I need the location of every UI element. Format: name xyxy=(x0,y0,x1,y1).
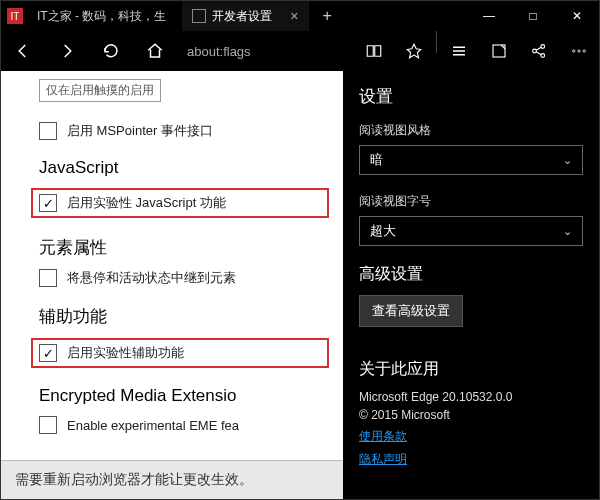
flags-page: 仅在启用触摸的启用 启用 MSPointer 事件接口 JavaScript ✓… xyxy=(1,71,343,499)
svg-point-4 xyxy=(573,50,575,52)
advanced-heading: 高级设置 xyxy=(359,264,583,285)
about-heading: 关于此应用 xyxy=(359,359,583,380)
eme-label: Enable experimental EME fea xyxy=(67,418,239,433)
reading-style-select[interactable]: 暗 ⌄ xyxy=(359,145,583,175)
js-experimental-row: ✓ 启用实验性 JavaScript 功能 xyxy=(31,188,329,218)
accessibility-checkbox[interactable]: ✓ xyxy=(39,344,57,362)
svg-point-5 xyxy=(578,50,580,52)
home-button[interactable] xyxy=(133,31,177,71)
tab-label: 开发者设置 xyxy=(212,8,272,25)
svg-point-2 xyxy=(541,45,545,49)
new-tab-button[interactable]: + xyxy=(309,7,346,25)
share-button[interactable] xyxy=(519,31,559,71)
reading-font-select[interactable]: 超大 ⌄ xyxy=(359,216,583,246)
reading-style-value: 暗 xyxy=(370,151,383,169)
back-button[interactable] xyxy=(1,31,45,71)
close-tab-button[interactable]: × xyxy=(290,8,298,24)
more-button[interactable] xyxy=(559,31,599,71)
accessibility-row: ✓ 启用实验性辅助功能 xyxy=(31,338,329,368)
view-advanced-button[interactable]: 查看高级设置 xyxy=(359,295,463,327)
reading-style-label: 阅读视图风格 xyxy=(359,122,583,139)
element-attrs-row: 将悬停和活动状态中继到元素 xyxy=(39,269,329,287)
forward-button[interactable] xyxy=(45,31,89,71)
titlebar: IT IT之家 - 数码，科技，生 开发者设置 × + — □ ✕ xyxy=(1,1,599,31)
mspointer-label: 启用 MSPointer 事件接口 xyxy=(67,122,213,140)
address-bar[interactable]: about:flags xyxy=(177,44,354,59)
refresh-button[interactable] xyxy=(89,31,133,71)
active-tab[interactable]: 开发者设置 × xyxy=(182,1,308,31)
site-favicon: IT xyxy=(7,8,23,24)
element-attrs-label: 将悬停和活动状态中继到元素 xyxy=(67,269,236,287)
page-icon xyxy=(192,9,206,23)
accessibility-label: 启用实验性辅助功能 xyxy=(67,344,184,362)
eme-row: Enable experimental EME fea xyxy=(39,416,329,434)
accessibility-heading: 辅助功能 xyxy=(39,305,329,328)
copyright-text: © 2015 Microsoft xyxy=(359,408,583,422)
element-attrs-checkbox[interactable] xyxy=(39,269,57,287)
background-tab-title[interactable]: IT之家 - 数码，科技，生 xyxy=(29,8,174,25)
chevron-down-icon: ⌄ xyxy=(563,154,572,167)
minimize-button[interactable]: — xyxy=(467,1,511,31)
close-window-button[interactable]: ✕ xyxy=(555,1,599,31)
maximize-button[interactable]: □ xyxy=(511,1,555,31)
eme-checkbox[interactable] xyxy=(39,416,57,434)
svg-point-3 xyxy=(541,54,545,58)
settings-panel: 设置 阅读视图风格 暗 ⌄ 阅读视图字号 超大 ⌄ 高级设置 查看高级设置 关于… xyxy=(343,71,599,499)
javascript-heading: JavaScript xyxy=(39,158,329,178)
settings-title: 设置 xyxy=(359,85,583,108)
reading-font-value: 超大 xyxy=(370,222,396,240)
restart-notice: 需要重新启动浏览器才能让更改生效。 xyxy=(1,460,343,499)
webnote-button[interactable] xyxy=(479,31,519,71)
favorite-button[interactable] xyxy=(394,31,434,71)
svg-point-1 xyxy=(533,49,537,53)
eme-heading: Encrypted Media Extensio xyxy=(39,386,329,406)
mspointer-checkbox[interactable] xyxy=(39,122,57,140)
mspointer-row: 启用 MSPointer 事件接口 xyxy=(39,122,329,140)
chevron-down-icon: ⌄ xyxy=(563,225,572,238)
js-experimental-checkbox[interactable]: ✓ xyxy=(39,194,57,212)
hub-button[interactable] xyxy=(439,31,479,71)
reading-font-label: 阅读视图字号 xyxy=(359,193,583,210)
reading-view-button[interactable] xyxy=(354,31,394,71)
privacy-link[interactable]: 隐私声明 xyxy=(359,451,583,468)
version-text: Microsoft Edge 20.10532.0.0 xyxy=(359,390,583,404)
terms-link[interactable]: 使用条款 xyxy=(359,428,583,445)
element-attrs-heading: 元素属性 xyxy=(39,236,329,259)
svg-point-6 xyxy=(583,50,585,52)
truncated-option[interactable]: 仅在启用触摸的启用 xyxy=(39,79,161,102)
js-experimental-label: 启用实验性 JavaScript 功能 xyxy=(67,194,226,212)
toolbar: about:flags xyxy=(1,31,599,71)
